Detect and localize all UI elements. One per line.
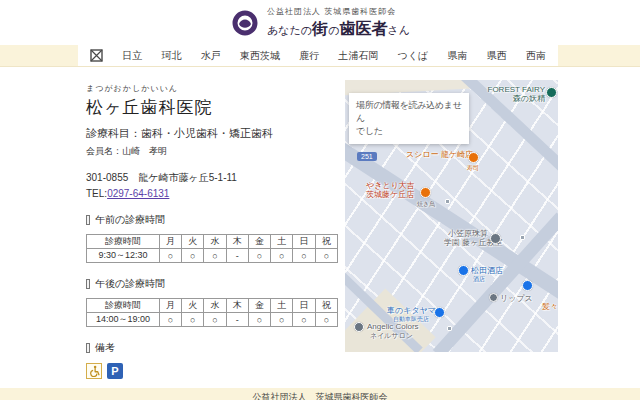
table-header-row: 診療時間 月 火 水 木 金 土 日 祝 <box>87 299 338 313</box>
mark-cell: ○ <box>248 313 270 327</box>
poi-marker[interactable] <box>354 322 364 332</box>
amenity-icons: P <box>86 363 342 379</box>
poi-marker[interactable] <box>522 280 533 291</box>
map-error-line2: でした <box>356 125 462 138</box>
title-part: の <box>328 24 339 36</box>
mark-cell: ○ <box>271 249 293 263</box>
clinic-member-name: 会員名：山崎 孝明 <box>86 145 342 158</box>
nav-item-tsuchiura-ishioka[interactable]: 土浦石岡 <box>338 49 378 63</box>
mark-cell: ○ <box>293 313 315 327</box>
nav-item-rokko[interactable]: 鹿行 <box>299 49 319 63</box>
poi-marker[interactable] <box>468 152 479 163</box>
day-header: 金 <box>248 235 270 249</box>
map-error-popup: 場所の情報を読み込めません でした <box>349 93 469 144</box>
mark-cell: ○ <box>271 313 293 327</box>
day-header: 月 <box>159 235 181 249</box>
poi-label: 松田酒店 <box>471 266 503 275</box>
day-header: 水 <box>204 299 226 313</box>
poi-label: リップス <box>500 294 533 303</box>
nav-item-tsukuba[interactable]: つくば <box>398 49 429 63</box>
poi-marker[interactable] <box>489 293 498 302</box>
poi-sublabel: 寿司 <box>467 165 479 172</box>
transit-stop-icon <box>520 235 525 240</box>
mark-cell: ○ <box>293 249 315 263</box>
wheelchair-accessible-icon <box>86 363 102 379</box>
mark-cell: ○ <box>182 313 204 327</box>
poi-label: スシロー 龍ケ崎店 <box>406 150 473 159</box>
site-header: 公益社団法人 茨城県歯科医師会 あなたの街の歯医者さん <box>0 6 640 40</box>
map-canvas[interactable]: 251 FOREST FAIRY 森の妖精 広東料理 スシロー 龍ケ崎店 寿司 … <box>345 80 558 352</box>
remarks-title: 備考 <box>95 341 115 355</box>
nav-item-kensei[interactable]: 県西 <box>487 49 507 63</box>
afternoon-time-cell: 14:00～19:00 <box>87 313 160 327</box>
clinic-name: 松ヶ丘歯科医院 <box>86 96 342 119</box>
title-part: さん <box>387 24 410 36</box>
section-bar-icon <box>86 343 90 353</box>
mark-cell: ○ <box>248 249 270 263</box>
section-bar-icon <box>86 215 90 225</box>
poi-marker[interactable] <box>434 307 445 318</box>
logo-text: 公益社団法人 茨城県歯科医師会 あなたの街の歯医者さん <box>267 6 410 40</box>
poi-sublabel: 焼き鳥 <box>417 201 435 208</box>
tel-label: TEL: <box>86 188 107 199</box>
nav-item-kennan[interactable]: 県南 <box>447 49 467 63</box>
page-footer: 公益社団法人 茨城県歯科医師会 <box>0 388 640 400</box>
nav-item-mito[interactable]: 水戸 <box>201 49 221 63</box>
clinic-tel-line: TEL:0297-64-6131 <box>86 188 342 199</box>
clinic-address: 301-0855 龍ケ崎市藤ヶ丘5-1-11 <box>86 171 342 185</box>
time-header-cell: 診療時間 <box>87 235 160 249</box>
region-navbar: 日立 珂北 水戸 東西茨城 鹿行 土浦石岡 つくば 県南 県西 西南 <box>0 45 640 67</box>
mark-cell: - <box>226 313 248 327</box>
footer-text: 公益社団法人 茨城県歯科医師会 <box>253 392 388 400</box>
table-header-row: 診療時間 月 火 水 木 金 土 日 祝 <box>87 235 338 249</box>
region-map-icon[interactable] <box>90 49 103 62</box>
mark-cell: ○ <box>204 313 226 327</box>
clinic-furigana: まつがおかしかいいん <box>86 83 342 94</box>
transit-stop-icon <box>445 199 450 204</box>
poi-marker[interactable] <box>420 187 431 198</box>
title-part: あなたの <box>267 24 312 36</box>
day-header: 日 <box>293 299 315 313</box>
clinic-departments: 診療科目：歯科・小児歯科・矯正歯科 <box>86 126 342 141</box>
tel-link[interactable]: 0297-64-6131 <box>107 188 169 199</box>
time-header-cell: 診療時間 <box>87 299 160 313</box>
afternoon-schedule-table: 診療時間 月 火 水 木 金 土 日 祝 14:00～19:00 ○ ○ ○ -… <box>86 298 338 327</box>
poi-marker[interactable] <box>490 233 501 244</box>
poi-marker[interactable] <box>546 87 557 98</box>
day-header: 水 <box>204 235 226 249</box>
mark-cell: ○ <box>315 313 337 327</box>
day-header: 土 <box>271 299 293 313</box>
title-part: 街 <box>312 20 328 37</box>
association-logo-icon <box>230 8 260 38</box>
table-row: 14:00～19:00 ○ ○ ○ - ○ ○ ○ ○ <box>87 313 338 327</box>
site-title: あなたの街の歯医者さん <box>267 19 410 40</box>
clinic-info: まつがおかしかいいん 松ヶ丘歯科医院 診療科目：歯科・小児歯科・矯正歯科 会員名… <box>86 83 342 400</box>
title-part: 歯医者 <box>339 20 387 37</box>
nav-item-tozai-ibaraki[interactable]: 東西茨城 <box>240 49 280 63</box>
morning-hours-heading: 午前の診療時間 <box>86 213 342 227</box>
mark-cell: - <box>226 249 248 263</box>
day-header: 木 <box>226 235 248 249</box>
nav-item-seinan[interactable]: 西南 <box>526 49 546 63</box>
nav-item-kahoku[interactable]: 珂北 <box>161 49 181 63</box>
nav-item-hitachi[interactable]: 日立 <box>122 49 142 63</box>
map-error-line1: 場所の情報を読み込めません <box>356 99 462 125</box>
morning-time-cell: 9:30～12:30 <box>87 249 160 263</box>
poi-label: やきとり大吉 茨城藤ケ丘店 <box>366 181 415 199</box>
organization-name: 公益社団法人 茨城県歯科医師会 <box>267 6 410 17</box>
day-header: 火 <box>182 299 204 313</box>
day-header: 祝 <box>315 299 337 313</box>
transit-stop-icon <box>447 326 452 331</box>
poi-label: 髪々 <box>542 302 558 311</box>
route-251-badge: 251 <box>357 152 377 161</box>
mark-cell: ○ <box>204 249 226 263</box>
poi-label: 小笠原珠算 学園 藤ヶ丘教室 <box>444 229 488 247</box>
afternoon-hours-title: 午後の診療時間 <box>95 277 165 291</box>
poi-marker[interactable] <box>458 265 469 276</box>
morning-schedule-table: 診療時間 月 火 水 木 金 土 日 祝 9:30～12:30 ○ ○ ○ - … <box>86 234 338 263</box>
poi-label: Angelic Colors <box>367 322 419 331</box>
mark-cell: ○ <box>159 249 181 263</box>
site-logo[interactable]: 公益社団法人 茨城県歯科医師会 あなたの街の歯医者さん <box>230 6 410 40</box>
poi-label: 車のキタヤマ <box>387 306 436 315</box>
poi-label: FOREST FAIRY 森の妖精 <box>473 85 545 103</box>
